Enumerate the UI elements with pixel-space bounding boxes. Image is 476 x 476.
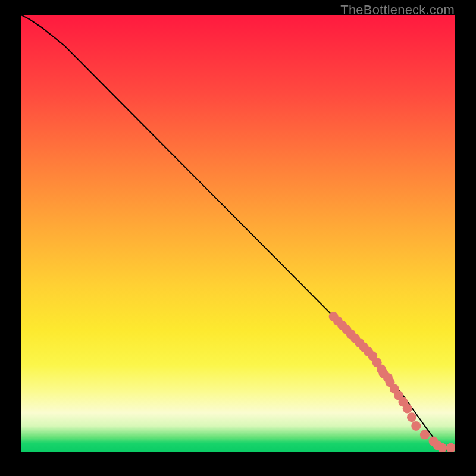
data-point (420, 430, 430, 440)
chart-stage: TheBottleneck.com (0, 0, 476, 476)
data-point (403, 404, 412, 414)
data-point (437, 443, 447, 452)
data-point (407, 412, 416, 422)
data-point (411, 421, 421, 431)
chart-overlay (21, 15, 455, 452)
highlighted-points (329, 312, 455, 452)
data-point (446, 443, 455, 452)
plot-area (21, 15, 455, 452)
